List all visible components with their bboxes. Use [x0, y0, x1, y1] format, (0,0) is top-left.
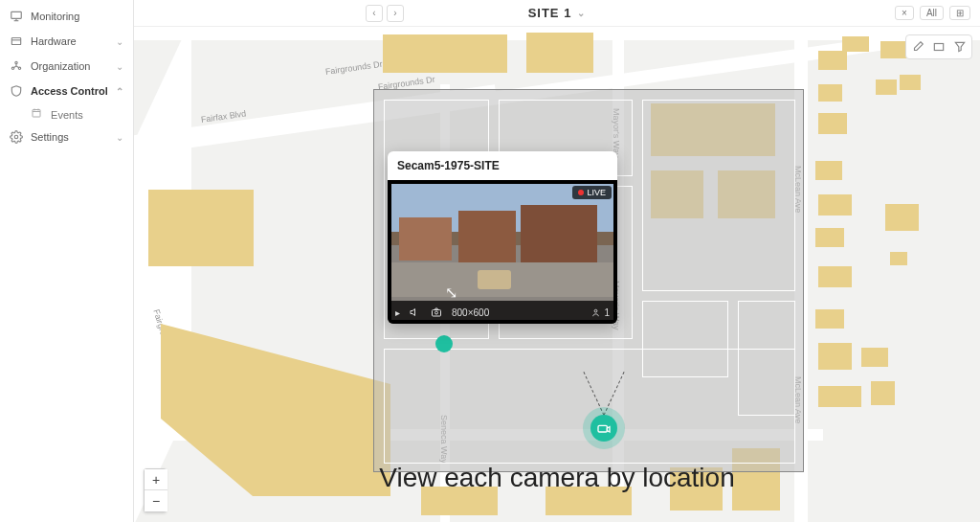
live-badge: LIVE	[572, 186, 612, 199]
chevron-down-icon: ⌄	[116, 132, 123, 143]
edit-tool-icon[interactable]	[908, 37, 927, 57]
zoom-out-button[interactable]: −	[145, 490, 167, 511]
nav-next-button[interactable]: ›	[387, 5, 404, 22]
map-building	[818, 194, 852, 216]
nav-prev-button[interactable]: ‹	[366, 5, 383, 22]
sidebar-item-label: Access Control	[31, 85, 108, 97]
map-tools	[905, 34, 972, 59]
map-building	[890, 252, 907, 265]
map-building	[885, 204, 919, 231]
map-building	[815, 228, 844, 247]
svg-rect-0	[11, 11, 22, 18]
map-building	[383, 34, 507, 73]
chevron-down-icon: ⌄	[577, 8, 586, 18]
calendar-icon	[31, 107, 42, 119]
svg-rect-14	[433, 310, 441, 317]
map-building	[818, 113, 847, 134]
sidebar-item-organization[interactable]: Organization ⌄	[0, 54, 133, 79]
map-building	[900, 75, 921, 90]
svg-point-15	[435, 311, 438, 314]
svg-rect-17	[934, 44, 943, 51]
gear-icon	[10, 130, 23, 144]
sidebar-item-settings[interactable]: Settings ⌄	[0, 125, 133, 149]
resolution-label: 800×600	[452, 307, 489, 318]
sidebar-item-label: Monitoring	[31, 11, 79, 22]
person-icon	[590, 307, 601, 318]
map-building	[861, 348, 888, 367]
zoom-controls: + −	[144, 468, 167, 512]
play-icon[interactable]: ▸	[395, 307, 400, 318]
sidebar-item-label: Settings	[31, 131, 69, 143]
sidebar-item-label: Organization	[31, 60, 90, 72]
cursor-icon: ⤡	[445, 284, 457, 302]
snapshot-icon[interactable]	[431, 306, 442, 318]
map-building	[818, 266, 852, 287]
camera-controls: ▸ 800×600 1	[388, 301, 617, 324]
chevron-up-icon: ⌃	[116, 86, 123, 97]
close-pill-button[interactable]: ×	[895, 6, 914, 20]
sidebar-subitem-events[interactable]: Events	[0, 103, 133, 125]
sidebar-item-hardware[interactable]: Hardware ⌄	[0, 29, 133, 54]
map-building	[818, 51, 847, 70]
monitor-icon	[10, 10, 23, 23]
map-building	[880, 41, 907, 58]
map-building	[815, 309, 844, 329]
live-dot-icon	[578, 190, 584, 195]
map-building	[161, 324, 390, 496]
street-label: Fairgrounds Dr	[324, 59, 383, 77]
camera-scene-image	[391, 184, 613, 320]
org-icon	[10, 59, 23, 73]
hardware-icon	[10, 34, 23, 48]
topbar: ‹ › SITE 1 ⌄ × All ⊞	[134, 0, 980, 27]
caption-text: View each camera by location	[379, 463, 734, 493]
sidebar-item-access-control[interactable]: Access Control ⌃	[0, 79, 133, 103]
chevron-down-icon: ⌄	[116, 36, 123, 47]
sidebar: Monitoring Hardware ⌄ Organization ⌄ Acc…	[0, 0, 134, 522]
map-building	[148, 190, 254, 266]
svg-point-16	[595, 309, 598, 312]
volume-icon[interactable]	[410, 306, 421, 318]
camera-feed[interactable]: ⤡ LIVE ▸ 800×600 1	[388, 180, 617, 324]
map-building	[876, 79, 897, 95]
filter-tool-icon[interactable]	[950, 37, 969, 57]
rectangle-tool-icon[interactable]	[929, 37, 948, 57]
map-building	[818, 343, 852, 370]
svg-rect-13	[598, 425, 607, 432]
map-building	[871, 381, 895, 405]
camera-title: Secam5-1975-SITE	[388, 151, 617, 180]
map-building	[815, 161, 842, 180]
people-count: 1	[590, 307, 610, 318]
site-selector[interactable]: SITE 1 ⌄	[528, 6, 587, 20]
svg-rect-8	[33, 110, 40, 118]
svg-point-5	[15, 61, 17, 63]
chevron-down-icon: ⌄	[116, 61, 123, 72]
zoom-in-button[interactable]: +	[145, 469, 167, 490]
road	[134, 27, 191, 522]
sidebar-item-monitoring[interactable]: Monitoring	[0, 4, 133, 29]
filter-all-button[interactable]: All	[920, 6, 944, 20]
camera-marker[interactable]	[590, 415, 617, 442]
map-building	[842, 36, 869, 52]
camera-marker-small[interactable]	[435, 335, 453, 352]
sidebar-subitem-label: Events	[51, 109, 83, 121]
map-canvas[interactable]: Fairfax Blvd Fairgrounds Dr Fairgrounds …	[134, 27, 980, 522]
shield-icon	[10, 84, 23, 98]
filter-extra-button[interactable]: ⊞	[949, 6, 970, 20]
map-building	[818, 84, 842, 102]
site-label: SITE 1	[528, 6, 572, 20]
svg-rect-3	[11, 38, 20, 45]
map-building	[818, 386, 861, 407]
camera-popup: Secam5-1975-SITE ⤡ LIVE ▸ 800×600	[388, 151, 617, 324]
svg-point-12	[14, 135, 18, 139]
sidebar-item-label: Hardware	[31, 35, 77, 47]
map-building	[526, 33, 593, 73]
